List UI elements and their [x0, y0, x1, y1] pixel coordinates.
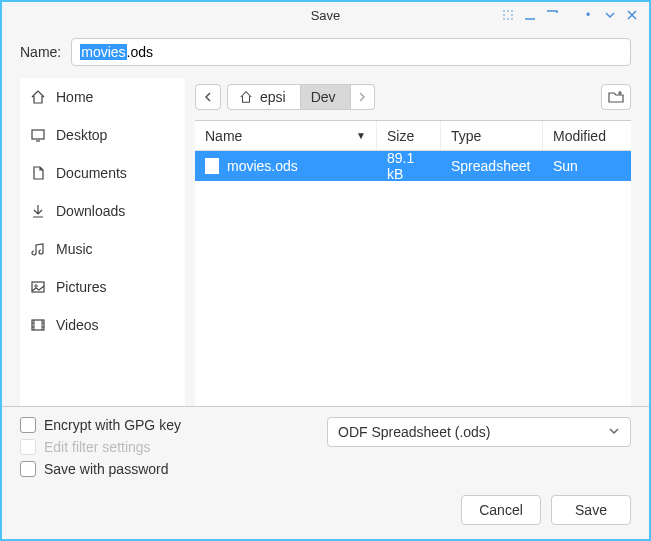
- sidebar-item-videos[interactable]: Videos: [20, 306, 185, 344]
- documents-icon: [30, 165, 46, 181]
- path-segment-label: Dev: [311, 89, 336, 105]
- path-bar: epsi Dev: [185, 78, 631, 120]
- save-button[interactable]: Save: [551, 495, 631, 525]
- sidebar-item-home[interactable]: Home: [20, 78, 185, 116]
- sidebar-item-label: Music: [56, 241, 93, 257]
- videos-icon: [30, 317, 46, 333]
- checkbox-icon: [20, 439, 36, 455]
- svg-point-10: [35, 285, 37, 287]
- path-segment-epsi[interactable]: epsi: [227, 84, 301, 110]
- svg-point-0: [503, 10, 505, 12]
- name-label: Name:: [20, 44, 61, 60]
- chevron-down-icon[interactable]: [601, 6, 619, 24]
- svg-rect-8: [32, 130, 44, 139]
- path-back-button[interactable]: [195, 84, 221, 110]
- file-type: Spreadsheet: [451, 158, 530, 174]
- content-area: epsi Dev Name: [185, 78, 631, 406]
- home-icon: [238, 89, 254, 105]
- table-header: Name ▼ Size Type Modified: [195, 121, 631, 151]
- sidebar-item-label: Home: [56, 89, 93, 105]
- path-forward-button[interactable]: [351, 84, 375, 110]
- places-sidebar: Home Desktop Documents Downloads Music P…: [20, 78, 185, 406]
- file-list: Name ▼ Size Type Modified movies.ods 89.…: [195, 120, 631, 406]
- filename-input[interactable]: movies.ods: [71, 38, 631, 66]
- pictures-icon: [30, 279, 46, 295]
- column-header-size[interactable]: Size: [377, 121, 441, 150]
- sidebar-item-label: Videos: [56, 317, 99, 333]
- svg-point-7: [511, 18, 513, 20]
- filename-selected-text: movies: [80, 44, 126, 60]
- svg-point-3: [503, 14, 505, 16]
- file-icon: [205, 158, 219, 174]
- dialog-buttons: Cancel Save: [20, 495, 631, 525]
- close-button[interactable]: [623, 6, 641, 24]
- svg-point-4: [511, 14, 513, 16]
- sidebar-item-label: Downloads: [56, 203, 125, 219]
- checkbox-label: Edit filter settings: [44, 439, 151, 455]
- window-controls: •: [499, 6, 649, 24]
- sidebar-item-label: Desktop: [56, 127, 107, 143]
- file-modified: Sun: [553, 158, 578, 174]
- svg-point-1: [507, 10, 509, 12]
- svg-point-2: [511, 10, 513, 12]
- maximize-button[interactable]: [543, 6, 561, 24]
- downloads-icon: [30, 203, 46, 219]
- svg-point-5: [503, 18, 505, 20]
- column-header-name[interactable]: Name ▼: [195, 121, 377, 150]
- checkbox-icon: [20, 417, 36, 433]
- more-actions-icon[interactable]: •: [579, 6, 597, 24]
- checkbox-label: Encrypt with GPG key: [44, 417, 181, 433]
- titlebar: Save •: [2, 2, 649, 28]
- checkbox-icon: [20, 461, 36, 477]
- chevron-down-icon: [608, 424, 620, 440]
- checkbox-label: Save with password: [44, 461, 169, 477]
- sidebar-item-music[interactable]: Music: [20, 230, 185, 268]
- column-header-modified[interactable]: Modified: [543, 121, 631, 150]
- home-icon: [30, 89, 46, 105]
- sort-indicator-icon: ▼: [356, 130, 366, 141]
- svg-point-6: [507, 18, 509, 20]
- file-size: 89.1 kB: [387, 150, 431, 182]
- main-area: Home Desktop Documents Downloads Music P…: [2, 78, 649, 406]
- music-icon: [30, 241, 46, 257]
- sidebar-item-label: Documents: [56, 165, 127, 181]
- sidebar-item-documents[interactable]: Documents: [20, 154, 185, 192]
- encrypt-gpg-checkbox[interactable]: Encrypt with GPG key: [20, 417, 181, 433]
- file-name: movies.ods: [227, 158, 298, 174]
- save-password-checkbox[interactable]: Save with password: [20, 461, 181, 477]
- file-format-select[interactable]: ODF Spreadsheet (.ods): [327, 417, 631, 447]
- keep-above-icon[interactable]: [499, 6, 517, 24]
- filename-row: Name: movies.ods: [2, 28, 649, 78]
- bottom-section: Encrypt with GPG key Edit filter setting…: [2, 406, 649, 539]
- minimize-button[interactable]: [521, 6, 539, 24]
- table-row[interactable]: movies.ods 89.1 kB Spreadsheet Sun: [195, 151, 631, 181]
- filename-extension: .ods: [127, 44, 153, 60]
- sidebar-item-label: Pictures: [56, 279, 107, 295]
- options-row: Encrypt with GPG key Edit filter setting…: [20, 417, 631, 477]
- save-options: Encrypt with GPG key Edit filter setting…: [20, 417, 181, 477]
- edit-filter-checkbox: Edit filter settings: [20, 439, 181, 455]
- column-header-type[interactable]: Type: [441, 121, 543, 150]
- sidebar-item-downloads[interactable]: Downloads: [20, 192, 185, 230]
- new-folder-button[interactable]: [601, 84, 631, 110]
- path-segment-label: epsi: [260, 89, 286, 105]
- desktop-icon: [30, 127, 46, 143]
- sidebar-item-desktop[interactable]: Desktop: [20, 116, 185, 154]
- save-dialog: Save • Name: movies.ods: [0, 0, 651, 541]
- format-selected-label: ODF Spreadsheet (.ods): [338, 424, 491, 440]
- sidebar-item-pictures[interactable]: Pictures: [20, 268, 185, 306]
- cancel-button[interactable]: Cancel: [461, 495, 541, 525]
- path-segment-dev[interactable]: Dev: [301, 84, 351, 110]
